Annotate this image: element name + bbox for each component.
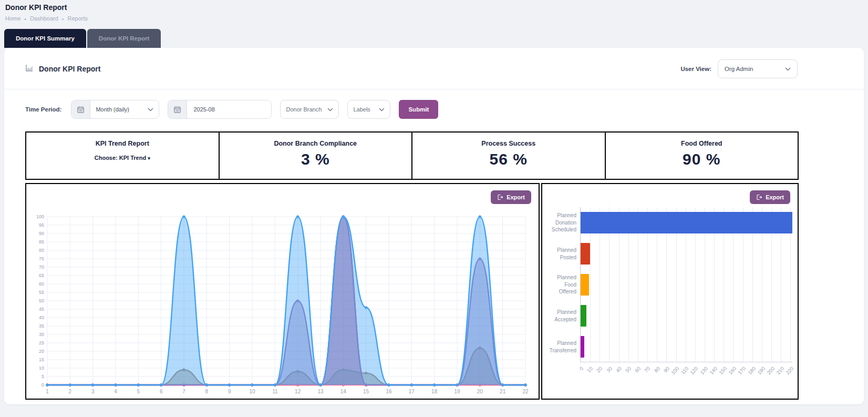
bar-planned-donation-scheduled [581, 212, 792, 233]
x-tick-label: 8 [205, 389, 209, 394]
kpi-value: 90 % [606, 150, 798, 168]
data-point-blue [114, 383, 117, 386]
kpi-value: 3 % [220, 150, 412, 168]
x-tick-label: 12 [295, 389, 301, 394]
submit-button[interactable]: Submit [399, 100, 438, 119]
data-point-blue [91, 383, 94, 386]
x-tick-label: 18 [431, 389, 438, 394]
breadcrumb-item-reports[interactable]: Reports [68, 15, 88, 22]
x-tick-label: 15 [363, 389, 369, 394]
bar-row [581, 331, 792, 362]
x-tick-label: 13 [317, 389, 324, 394]
data-point-blue [69, 383, 71, 386]
x-tick-label: 70 [643, 365, 651, 373]
kpi-title: Food Offered [606, 140, 798, 147]
data-point-blue [342, 215, 345, 218]
bar-row [581, 269, 792, 300]
hbar-chart-body: Planned Donation ScheduledPlanned Posted… [546, 207, 792, 396]
x-tick-label: 90 [663, 365, 670, 373]
kpi-title: KPI Trend Report [26, 140, 219, 147]
data-point-blue [524, 383, 526, 386]
page-title: Donor KPI Report [5, 3, 868, 12]
data-point-blue [137, 383, 140, 386]
card-header: Donor KPI Report User View: Org Admin [4, 48, 864, 89]
donor-branch-select[interactable]: Donor Branch [280, 100, 339, 119]
period-value-group [168, 100, 272, 119]
period-type-select[interactable]: Month (daily) [90, 100, 159, 118]
export-button-trend[interactable]: Export [491, 190, 531, 204]
calendar-icon [71, 100, 90, 118]
x-tick-label: 17 [409, 389, 415, 394]
x-tick-label: 200 [766, 365, 776, 375]
card-title: Donor KPI Report [39, 65, 100, 73]
time-period-label: Time Period: [25, 106, 61, 113]
user-view-select[interactable]: Org Admin [718, 59, 798, 78]
x-tick-label: 2 [69, 389, 72, 394]
x-tick-label: 100 [670, 365, 680, 375]
data-point-blue [296, 215, 299, 218]
breadcrumb-item-dashboard[interactable]: Dashboard [30, 15, 58, 22]
data-point-blue [410, 383, 413, 386]
data-point-blue [501, 383, 504, 386]
y-tick-label: 100 [36, 214, 44, 219]
kpi-row: KPI Trend ReportChoose: KPI Trend ▾Donor… [25, 131, 799, 180]
kpi-trend-chart: Export 051015202530354045505560657075808… [25, 183, 540, 400]
x-tick-label: 50 [624, 365, 632, 373]
x-tick-label: 110 [680, 365, 689, 375]
bar-planned-transferred [581, 336, 584, 358]
x-tick-label: 220 [785, 365, 795, 375]
x-tick-label: 190 [756, 365, 766, 375]
y-tick-label: 45 [39, 307, 44, 312]
x-tick-label: 4 [114, 389, 117, 394]
x-tick-label: 14 [340, 389, 347, 394]
y-tick-label: 80 [39, 248, 44, 253]
y-tick-label: 40 [39, 315, 44, 320]
x-tick-label: 16 [386, 389, 392, 394]
breadcrumb-item-home[interactable]: Home [5, 15, 20, 22]
data-point-blue [46, 383, 48, 386]
report-card: Donor KPI Report User View: Org Admin Ti… [4, 48, 864, 404]
filter-row: Time Period: Month (daily) Donor Branch [4, 89, 864, 119]
labels-select[interactable]: Labels [347, 100, 390, 119]
x-tick-label: 1 [46, 389, 49, 394]
breadcrumb: Home-Dashboard-Reports [5, 15, 868, 22]
chevron-down-icon [379, 106, 385, 113]
x-tick-label: 120 [689, 365, 699, 375]
x-tick-label: 140 [708, 365, 718, 375]
bar-row [581, 238, 792, 269]
chevron-down-icon [785, 66, 791, 72]
report-chart-icon [25, 64, 34, 74]
bar-row [581, 300, 792, 331]
kpi-title: Donor Branch Compliance [220, 140, 412, 147]
top-header: Donor KPI Report Home-Dashboard-Reports [0, 0, 868, 22]
y-tick-label: 15 [39, 357, 44, 362]
y-tick-label: 60 [39, 281, 44, 287]
tab-donor-kpi-summary[interactable]: Donor KPI Summary [4, 29, 86, 48]
x-tick-label: 80 [653, 365, 661, 373]
donor-branch-placeholder: Donor Branch [286, 106, 322, 113]
kpi-box-2: Process Success56 % [411, 131, 606, 180]
kpi-trend-dropdown[interactable]: Choose: KPI Trend ▾ [26, 155, 219, 161]
export-label: Export [507, 194, 525, 200]
month-input[interactable] [187, 100, 271, 118]
x-tick-label: 9 [228, 389, 231, 394]
data-point-blue [274, 383, 276, 386]
period-type-group: Month (daily) [71, 100, 159, 119]
y-tick-label: 10 [39, 365, 44, 371]
y-tick-label: 30 [39, 332, 44, 337]
export-button-stages[interactable]: Export [750, 190, 790, 204]
y-tick-label: 55 [39, 290, 44, 295]
y-tick-label: 20 [39, 349, 44, 354]
data-point-blue [251, 383, 253, 386]
x-tick-label: 11 [272, 389, 278, 394]
x-tick-label: 170 [737, 365, 747, 375]
x-tick-label: 30 [605, 365, 613, 373]
export-label: Export [766, 194, 784, 200]
user-view-value: Org Admin [725, 66, 753, 72]
bar-category-label: Planned Donation Scheduled [546, 207, 580, 238]
tab-donor-kpi-report[interactable]: Donor KPI Report [87, 29, 161, 48]
x-tick-label: 22 [522, 389, 529, 394]
kpi-title: Process Success [412, 140, 605, 147]
x-tick-label: 20 [595, 365, 603, 373]
x-tick-label: 21 [500, 389, 506, 394]
